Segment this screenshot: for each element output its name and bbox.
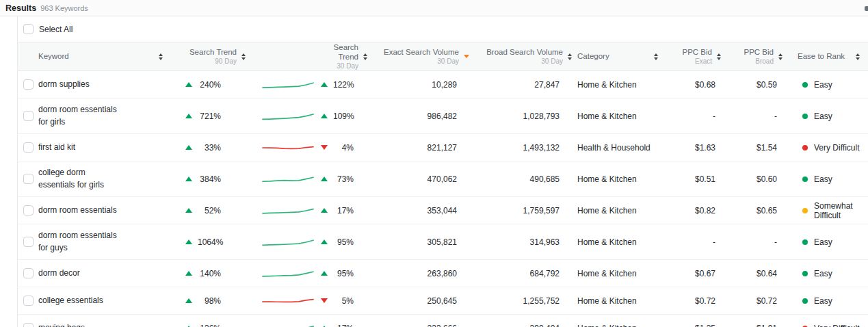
ease-label: Easy (814, 112, 832, 121)
results-header-bar: Results 963 Keywords (0, 0, 868, 16)
ease-label: Easy (814, 237, 832, 247)
sort-icon[interactable] (778, 53, 782, 60)
row-checkbox[interactable] (23, 323, 34, 327)
row-checkbox[interactable] (23, 111, 34, 121)
trend-30-value: 95% (333, 269, 354, 278)
sort-icon[interactable] (654, 53, 658, 60)
trend-90-arrow-icon (185, 114, 192, 118)
trend-30-arrow-icon (321, 176, 328, 181)
ppc-bid-broad-cell: $0.64 (722, 269, 784, 278)
trend-30-value: 4% (333, 143, 354, 153)
search-trend-30-cell: 95% (314, 269, 367, 278)
search-trend-90-cell: 1064% (167, 237, 246, 247)
row-checkbox[interactable] (23, 174, 34, 184)
column-header-category[interactable]: Category (572, 44, 661, 70)
sort-desc-active-icon[interactable] (464, 55, 469, 58)
ease-dot-icon (802, 208, 808, 213)
row-checkbox[interactable] (23, 268, 34, 278)
trend-30-value: 17% (333, 324, 354, 327)
trend-30-arrow-icon (321, 82, 328, 87)
row-checkbox[interactable] (23, 142, 34, 153)
row-checkbox[interactable] (23, 79, 34, 90)
column-sublabel: 30 Day (337, 62, 358, 71)
row-checkbox-cell (18, 197, 38, 224)
table-row: first aid kit 33% 4% 821,127 1,493,132 H… (18, 134, 868, 161)
row-checkbox[interactable] (23, 296, 34, 306)
sparkline-cell (246, 321, 314, 327)
keyword-cell: dorm decor (38, 267, 167, 279)
row-checkbox-cell (18, 71, 38, 98)
exact-search-volume-cell: 821,127 (367, 143, 477, 153)
trend-sparkline (262, 235, 314, 250)
results-table-card: Select All Keyword Search Trend 90 Day S… (17, 16, 868, 327)
column-label: Category (577, 51, 609, 61)
search-trend-90-cell: 240% (167, 80, 246, 90)
column-header-ease-to-rank[interactable]: Ease to Rank (784, 44, 868, 70)
keyword-cell: dorm room essentials for guys (38, 230, 167, 254)
trend-30-arrow-icon (321, 145, 328, 150)
column-header-search-trend-30[interactable]: Search Trend 30 Day (314, 42, 367, 70)
column-header-search-trend-90[interactable]: Search Trend 90 Day (167, 44, 246, 70)
ppc-bid-broad-cell: - (722, 112, 784, 121)
keyword-cell: dorm room essentials for girls (38, 104, 167, 128)
sparkline-cell (246, 293, 314, 309)
sort-icon[interactable] (856, 53, 860, 60)
column-label: Keyword (38, 51, 69, 61)
column-header-ppc-bid-exact[interactable]: PPC Bid Exact (661, 44, 722, 70)
exact-search-volume-cell: 263,860 (367, 269, 477, 278)
ppc-bid-exact-cell: $0.72 (661, 296, 722, 306)
row-checkbox[interactable] (23, 237, 34, 247)
broad-search-volume-cell: 1,255,752 (477, 296, 572, 306)
sort-icon[interactable] (717, 53, 721, 60)
select-all-checkbox[interactable] (23, 24, 34, 34)
search-trend-30-cell: 109% (314, 112, 367, 121)
search-trend-30-cell: 122% (314, 80, 367, 90)
trend-sparkline (262, 203, 314, 218)
category-cell: Home & Kitchen (572, 324, 661, 327)
column-header-broad-search-volume[interactable]: Broad Search Volume 30 Day (477, 44, 572, 70)
ease-label: Very Difficult (814, 324, 859, 327)
column-sublabel: 90 Day (215, 57, 237, 66)
search-trend-90-cell: 33% (167, 143, 246, 153)
trend-sparkline (262, 140, 314, 155)
trend-sparkline (262, 293, 314, 309)
trend-90-value: 240% (198, 80, 221, 90)
search-trend-90-cell: 140% (167, 269, 246, 278)
column-header-keyword[interactable]: Keyword (38, 44, 167, 70)
category-cell: Home & Kitchen (572, 237, 661, 247)
trend-30-value: 95% (333, 237, 354, 247)
ppc-bid-broad-cell: $0.59 (722, 80, 784, 90)
ease-dot-icon (802, 82, 808, 88)
column-label: Ease to Rank (798, 51, 845, 61)
trend-90-arrow-icon (185, 271, 192, 276)
trend-30-arrow-icon (321, 239, 328, 244)
sparkline-cell (246, 235, 314, 250)
category-cell: Health & Household (572, 143, 661, 153)
column-header-sparkline (246, 44, 314, 70)
column-sublabel: 30 Day (437, 57, 459, 66)
row-checkbox[interactable] (23, 205, 34, 215)
ease-to-rank-cell: Very Difficult (784, 324, 868, 327)
column-header-ppc-bid-broad[interactable]: PPC Bid Broad (722, 44, 784, 70)
broad-search-volume-cell: 684,792 (477, 269, 572, 278)
sparkline-cell (246, 172, 314, 187)
ease-to-rank-cell: Easy (784, 174, 868, 184)
results-count: 963 Keywords (40, 4, 88, 12)
table-row: dorm room essentials for guys 1064% 95% … (18, 224, 868, 260)
keyword-cell: dorm supplies (38, 79, 167, 90)
ease-to-rank-cell: Easy (784, 269, 868, 278)
ease-label: Easy (814, 174, 832, 184)
ease-label: Very Difficult (814, 143, 859, 153)
sort-icon[interactable] (159, 53, 163, 60)
sparkline-cell (246, 77, 314, 92)
column-header-exact-search-volume[interactable]: Exact Search Volume 30 Day (367, 44, 477, 70)
trend-90-value: 384% (198, 174, 221, 184)
column-sublabel: Broad (755, 57, 774, 66)
trend-sparkline (262, 109, 314, 124)
ease-dot-icon (802, 176, 808, 182)
table-header-row: Keyword Search Trend 90 Day Search Trend… (18, 42, 868, 71)
trend-30-value: 109% (333, 112, 354, 121)
exact-search-volume-cell: 305,821 (367, 237, 477, 247)
trend-sparkline (262, 77, 314, 92)
sparkline-cell (246, 109, 314, 124)
